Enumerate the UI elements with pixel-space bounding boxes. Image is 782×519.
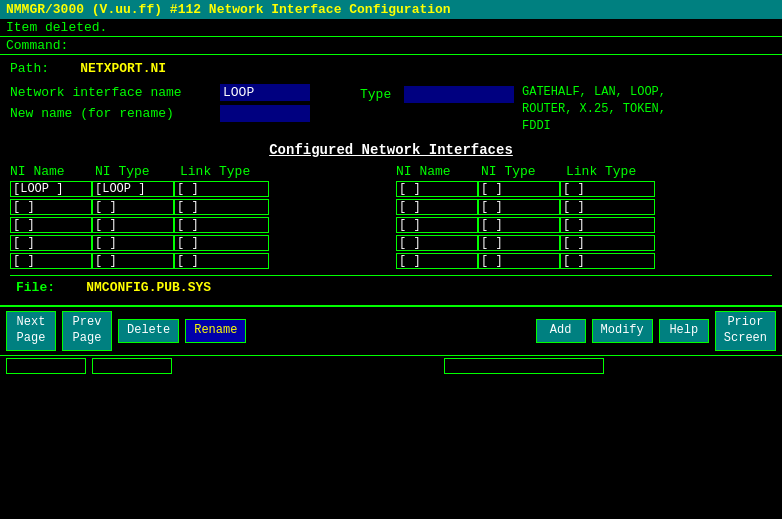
left-table-row-3: [ ] [ ] [ ] xyxy=(10,235,386,251)
left-table: NI Name NI Type Link Type [LOOP ] [LOOP … xyxy=(10,164,386,271)
right-cell-ni-type-2: [ ] xyxy=(478,217,560,233)
left-cell-ni-name-4: [ ] xyxy=(10,253,92,269)
left-cell-ni-name-2: [ ] xyxy=(10,217,92,233)
prior-screen-button[interactable]: PriorScreen xyxy=(715,311,776,350)
right-cell-ni-name-3: [ ] xyxy=(396,235,478,251)
ni-name-label: Network interface name xyxy=(10,85,220,100)
left-table-header: NI Name NI Type Link Type xyxy=(10,164,386,179)
delete-button[interactable]: Delete xyxy=(118,319,179,343)
right-cell-link-type-3: [ ] xyxy=(560,235,655,251)
right-cell-link-type-2: [ ] xyxy=(560,217,655,233)
indicator-2 xyxy=(92,358,172,374)
prev-page-button[interactable]: PrevPage xyxy=(62,311,112,350)
right-cell-ni-name-2: [ ] xyxy=(396,217,478,233)
left-cell-link-type-1: [ ] xyxy=(174,199,269,215)
type-form-row: New name (for rename) xyxy=(10,105,350,122)
right-cell-ni-type-3: [ ] xyxy=(478,235,560,251)
path-line: Path: NETXPORT.NI xyxy=(10,61,772,76)
main-content: Path: NETXPORT.NI Network interface name… xyxy=(0,55,782,305)
left-table-row-2: [ ] [ ] [ ] xyxy=(10,217,386,233)
status-bar: Item deleted. xyxy=(0,19,782,37)
item-deleted-text: Item deleted. xyxy=(6,20,107,35)
left-cell-ni-name-0: [LOOP ] xyxy=(10,181,92,197)
col-header-link-type-left: Link Type xyxy=(180,164,280,179)
title-text: NMMGR/3000 (V.uu.ff) #112 Network Interf… xyxy=(6,2,451,17)
button-bar: NextPage PrevPage Delete Rename Add Modi… xyxy=(0,305,782,354)
right-table-row-1: [ ] [ ] [ ] xyxy=(396,199,772,215)
file-value: NMCONFIG.PUB.SYS xyxy=(86,280,211,295)
form-left: Network interface name New name (for ren… xyxy=(10,84,350,126)
form-area: Network interface name New name (for ren… xyxy=(10,84,772,134)
next-page-button[interactable]: NextPage xyxy=(6,311,56,350)
right-cell-link-type-0: [ ] xyxy=(560,181,655,197)
rename-button[interactable]: Rename xyxy=(185,319,246,343)
left-cell-ni-type-1: [ ] xyxy=(92,199,174,215)
right-cell-link-type-1: [ ] xyxy=(560,199,655,215)
col-header-ni-name-right: NI Name xyxy=(396,164,481,179)
left-cell-link-type-2: [ ] xyxy=(174,217,269,233)
left-table-row-0: [LOOP ] [LOOP ] [ ] xyxy=(10,181,386,197)
right-table-row-4: [ ] [ ] [ ] xyxy=(396,253,772,269)
type-options: GATEHALF, LAN, LOOP, ROUTER, X.25, TOKEN… xyxy=(522,84,666,134)
tables-container: NI Name NI Type Link Type [LOOP ] [LOOP … xyxy=(10,164,772,271)
col-header-link-type-right: Link Type xyxy=(566,164,666,179)
left-cell-ni-type-0: [LOOP ] xyxy=(92,181,174,197)
col-header-ni-type-left: NI Type xyxy=(95,164,180,179)
left-cell-link-type-4: [ ] xyxy=(174,253,269,269)
col-header-ni-name-left: NI Name xyxy=(10,164,95,179)
path-label: Path: xyxy=(10,61,49,76)
right-cell-ni-name-1: [ ] xyxy=(396,199,478,215)
right-table: NI Name NI Type Link Type [ ] [ ] [ ] [ … xyxy=(396,164,772,271)
ni-name-input[interactable] xyxy=(220,84,310,101)
new-name-label: New name (for rename) xyxy=(10,106,220,121)
left-cell-ni-type-4: [ ] xyxy=(92,253,174,269)
title-bar: NMMGR/3000 (V.uu.ff) #112 Network Interf… xyxy=(0,0,782,19)
new-name-input[interactable] xyxy=(220,105,310,122)
help-button[interactable]: Help xyxy=(659,319,709,343)
left-cell-ni-type-3: [ ] xyxy=(92,235,174,251)
ni-name-row: Network interface name xyxy=(10,84,350,101)
right-cell-ni-type-0: [ ] xyxy=(478,181,560,197)
type-label: Type xyxy=(360,87,400,102)
modify-button[interactable]: Modify xyxy=(592,319,653,343)
left-cell-ni-name-3: [ ] xyxy=(10,235,92,251)
right-table-header: NI Name NI Type Link Type xyxy=(396,164,772,179)
left-table-row-4: [ ] [ ] [ ] xyxy=(10,253,386,269)
indicator-1 xyxy=(6,358,86,374)
section-title: Configured Network Interfaces xyxy=(10,142,772,158)
right-cell-ni-type-4: [ ] xyxy=(478,253,560,269)
add-button[interactable]: Add xyxy=(536,319,586,343)
right-cell-ni-name-4: [ ] xyxy=(396,253,478,269)
right-table-row-2: [ ] [ ] [ ] xyxy=(396,217,772,233)
left-cell-ni-type-2: [ ] xyxy=(92,217,174,233)
right-cell-link-type-4: [ ] xyxy=(560,253,655,269)
command-bar: Command: xyxy=(0,37,782,54)
file-label: File: xyxy=(16,280,55,295)
col-header-ni-type-right: NI Type xyxy=(481,164,566,179)
indicator-wide xyxy=(444,358,604,374)
left-cell-link-type-3: [ ] xyxy=(174,235,269,251)
file-bar: File: NMCONFIG.PUB.SYS xyxy=(10,275,772,299)
right-table-row-0: [ ] [ ] [ ] xyxy=(396,181,772,197)
left-cell-ni-name-1: [ ] xyxy=(10,199,92,215)
right-table-row-3: [ ] [ ] [ ] xyxy=(396,235,772,251)
bottom-indicator-bar xyxy=(0,355,782,377)
type-section: Type GATEHALF, LAN, LOOP, ROUTER, X.25, … xyxy=(360,84,666,134)
left-cell-link-type-0: [ ] xyxy=(174,181,269,197)
command-label: Command: xyxy=(6,38,68,53)
right-cell-ni-type-1: [ ] xyxy=(478,199,560,215)
left-table-row-1: [ ] [ ] [ ] xyxy=(10,199,386,215)
right-cell-ni-name-0: [ ] xyxy=(396,181,478,197)
path-value: NETXPORT.NI xyxy=(80,61,166,76)
type-input[interactable] xyxy=(404,86,514,103)
